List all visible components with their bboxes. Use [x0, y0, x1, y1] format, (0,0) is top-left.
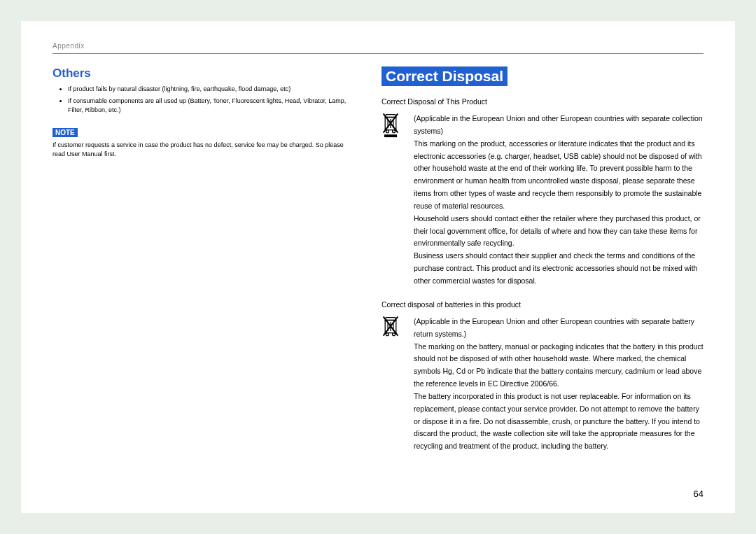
product-disposal-section: (Applicable in the European Union and ot… [382, 113, 704, 288]
columns: Others If product fails by natural disas… [52, 66, 704, 465]
paragraph: Household users should contact either th… [414, 213, 704, 251]
left-column: Others If product fails by natural disas… [52, 66, 354, 465]
others-heading: Others [52, 66, 354, 80]
bullet-list: If product fails by natural disaster (li… [52, 85, 354, 115]
list-item: If product fails by natural disaster (li… [68, 85, 354, 94]
note-badge: NOTE [52, 128, 78, 137]
subheading-product: Correct Disposal of This Product [382, 97, 704, 106]
svg-point-4 [386, 130, 389, 133]
document-page: Appendix Others If product fails by natu… [21, 21, 735, 513]
disposal-heading: Correct Disposal [382, 66, 507, 86]
product-disposal-text: (Applicable in the European Union and ot… [414, 113, 704, 288]
paragraph: (Applicable in the European Union and ot… [414, 113, 704, 138]
paragraph: (Applicable in the European Union and ot… [414, 316, 704, 341]
list-item: If consumable components are all used up… [68, 97, 354, 115]
weee-icon [382, 113, 404, 288]
note-text: If customer requests a service in case t… [52, 141, 354, 160]
paragraph: The battery incorporated in this product… [414, 391, 704, 453]
battery-disposal-section: (Applicable in the European Union and ot… [382, 316, 704, 453]
svg-point-14 [393, 333, 396, 336]
page-number: 64 [694, 489, 704, 499]
divider [52, 53, 704, 54]
svg-point-5 [393, 130, 396, 133]
battery-disposal-text: (Applicable in the European Union and ot… [414, 316, 704, 453]
section-label: Appendix [52, 42, 704, 50]
svg-rect-8 [384, 134, 397, 137]
svg-point-13 [386, 333, 389, 336]
weee-icon [382, 316, 404, 453]
subheading-battery: Correct disposal of batteries in this pr… [382, 300, 704, 309]
paragraph: Business users should contact their supp… [414, 250, 704, 288]
right-column: Correct Disposal Correct Disposal of Thi… [382, 66, 704, 465]
paragraph: The marking on the battery, manual or pa… [414, 341, 704, 391]
paragraph: This marking on the product, accessories… [414, 138, 704, 213]
